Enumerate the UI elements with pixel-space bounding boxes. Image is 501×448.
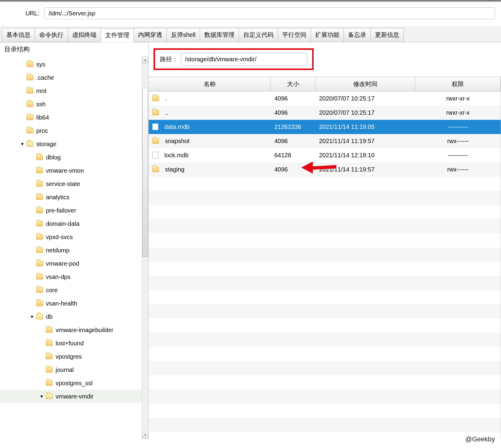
tree-node-label: vpostgres_ssl (56, 380, 92, 387)
url-input[interactable] (44, 7, 495, 19)
tree-node-label: netdump (46, 247, 69, 254)
file-perm: ---------- (415, 152, 501, 159)
tab-3[interactable]: 文件管理 (101, 28, 134, 42)
tree-node-label: sys (36, 61, 45, 68)
file-perm: rwx------ (415, 166, 501, 173)
scroll-track[interactable] (142, 64, 148, 432)
tree-toggle-icon[interactable]: ▼ (19, 142, 26, 146)
file-row[interactable]: staging40962021/11/14 11:19:57rwx------ (149, 162, 501, 177)
tree-node-vpostgres_ssl[interactable]: vpostgres_ssl (0, 376, 142, 390)
tab-0[interactable]: 基本信息 (2, 28, 35, 42)
folder-icon (152, 138, 159, 144)
tree-node-core[interactable]: core (0, 283, 142, 297)
file-row[interactable]: data.mdb212623362021/11/14 11:19:05-----… (149, 120, 501, 134)
tree-node-sys[interactable]: sys (0, 58, 142, 71)
tree-node-label: vmware-vmon (46, 167, 84, 174)
column-perm[interactable]: 权限 (415, 77, 501, 91)
watermark-text: @Geekby (465, 435, 495, 443)
path-input[interactable] (181, 53, 307, 66)
column-date[interactable]: 修改时间 (315, 77, 415, 91)
scroll-up-button[interactable]: ▲ (142, 57, 148, 63)
tab-1[interactable]: 命令执行 (35, 28, 68, 42)
file-row-empty (149, 276, 501, 290)
file-row[interactable]: snapshot40962021/11/14 11:19:57rwx------ (149, 134, 501, 148)
tree-node-vmware-vmon[interactable]: vmware-vmon (0, 164, 142, 177)
file-name: .. (165, 109, 168, 116)
tree-node-journal[interactable]: journal (0, 363, 142, 376)
tree-node-service-state[interactable]: service-state (0, 177, 142, 190)
tree-node-vmware-vmdir[interactable]: ▼vmware-vmdir (0, 390, 142, 403)
folder-icon (46, 354, 53, 359)
file-row[interactable]: .40962020/07/07 10:25:17rwxr-xr-x (149, 91, 501, 106)
tree-node-vsan-dps[interactable]: vsan-dps (0, 270, 142, 283)
folder-icon (36, 248, 43, 253)
folder-icon (46, 394, 53, 399)
tab-6[interactable]: 数据库管理 (200, 28, 239, 42)
tree-node-vpostgres[interactable]: vpostgres (0, 350, 142, 363)
file-size: 4096 (271, 95, 315, 102)
tab-7[interactable]: 自定义代码 (239, 28, 278, 42)
tree-node-db[interactable]: ▼db (0, 310, 142, 323)
file-row-empty (149, 389, 501, 404)
tree-node-label: lib64 (36, 114, 49, 121)
scroll-thumb[interactable] (142, 88, 148, 257)
folder-icon (27, 141, 33, 147)
tree-node-proc[interactable]: proc (0, 124, 142, 137)
file-row[interactable]: ..40962020/07/07 10:25:17rwxr-xr-x (149, 106, 501, 120)
file-size: 64128 (271, 152, 315, 159)
tree-node-ssh[interactable]: ssh (0, 98, 142, 111)
tree-node-mnt[interactable]: mnt (0, 84, 142, 98)
tab-8[interactable]: 平行空间 (278, 28, 311, 42)
file-grid-body[interactable]: .40962020/07/07 10:25:17rwxr-xr-x..40962… (149, 91, 501, 439)
tree-toggle-icon[interactable]: ▼ (38, 394, 45, 399)
directory-tree-title: 目录结构 (0, 42, 148, 56)
tree-node-vsan-health[interactable]: vsan-health (0, 297, 142, 310)
tree-node-label: pre-failover (46, 207, 76, 214)
file-row-empty (149, 361, 501, 375)
tree-node-vpxd-svcs[interactable]: vpxd-svcs (0, 230, 142, 244)
file-name: data.mdb (164, 123, 189, 130)
tab-2[interactable]: 虚拟终端 (68, 28, 101, 42)
file-row-empty (149, 248, 501, 262)
file-size: 21262336 (271, 123, 315, 130)
folder-icon (36, 301, 43, 306)
tree-node-lost+found[interactable]: lost+found (0, 337, 142, 350)
tab-10[interactable]: 备忘录 (344, 28, 371, 42)
folder-icon (36, 274, 43, 280)
file-row[interactable]: lock.mdb641282021/11/14 12:18:10--------… (149, 148, 501, 162)
tab-9[interactable]: 扩展功能 (311, 28, 344, 42)
folder-icon (27, 128, 33, 133)
tree-node-label: vmware-pod (46, 260, 79, 267)
file-row-empty (149, 177, 501, 191)
tree-node-.cache[interactable]: .cache (0, 71, 142, 84)
tree-node-lib64[interactable]: lib64 (0, 111, 142, 124)
column-name[interactable]: 名称 (149, 77, 271, 91)
tree-node-pre-failover[interactable]: pre-failover (0, 204, 142, 217)
file-row-empty (149, 191, 501, 205)
tree-node-netdump[interactable]: netdump (0, 244, 142, 257)
tree-node-domain-data[interactable]: domain-data (0, 217, 142, 230)
tree-node-vmware-imagebuilder[interactable]: vmware-imagebuilder (0, 323, 142, 337)
column-size[interactable]: 大小 (271, 77, 315, 91)
tree-node-storage[interactable]: ▼storage (0, 137, 142, 151)
folder-icon (46, 380, 53, 386)
folder-icon (36, 314, 43, 319)
file-date: 2021/11/14 11:19:57 (315, 138, 415, 145)
tree-toggle-icon[interactable]: ▼ (28, 314, 36, 319)
folder-icon (36, 194, 43, 200)
tab-4[interactable]: 内网穿透 (134, 28, 167, 42)
tree-node-dblog[interactable]: dblog (0, 151, 142, 164)
tree-scrollbar[interactable]: ▲ ▼ (142, 56, 148, 439)
directory-tree[interactable]: sys.cachemntsshlib64proc▼storagedblogvmw… (0, 56, 142, 439)
tab-bar: 基本信息命令执行虚拟终端文件管理内网穿透反弹shell数据库管理自定义代码平行空… (0, 27, 501, 42)
folder-icon (27, 101, 33, 107)
tree-node-vmware-pod[interactable]: vmware-pod (0, 257, 142, 270)
tab-5[interactable]: 反弹shell (166, 28, 200, 42)
file-panel: 路径： 名称 大小 修改时间 权限 .40962020/07/07 10:25:… (149, 42, 501, 439)
tab-11[interactable]: 更新信息 (370, 28, 404, 42)
file-name: snapshot (165, 138, 189, 145)
scroll-down-button[interactable]: ▼ (142, 432, 148, 439)
tree-node-analytics[interactable]: analytics (0, 190, 142, 204)
tree-node-label: proc (36, 127, 48, 134)
tree-node-label: vsan-health (46, 300, 77, 307)
